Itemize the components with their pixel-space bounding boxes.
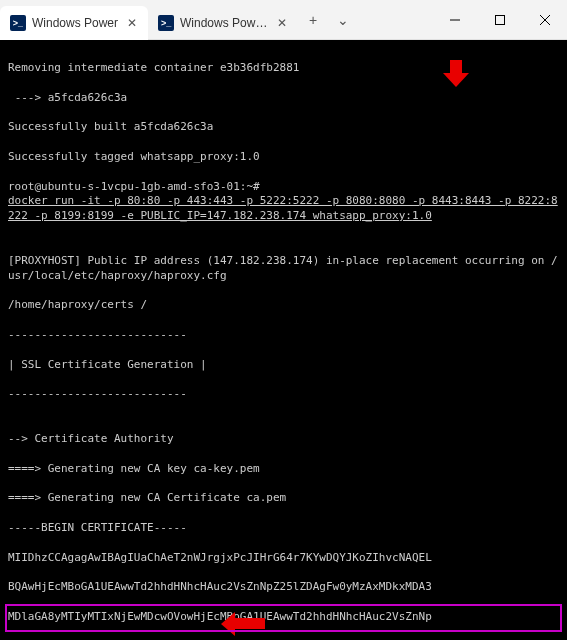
minimize-button[interactable] <box>432 0 477 39</box>
tab-label: Windows PowerS <box>180 16 268 30</box>
terminal-line: --------------------------- <box>8 328 559 343</box>
close-window-button[interactable] <box>522 0 567 39</box>
powershell-icon: >_ <box>10 15 26 31</box>
terminal-line: MDlaGA8yMTIyMTIxNjEwMDcwOVowHjEcMBoGA1UE… <box>8 610 559 625</box>
new-tab-button[interactable]: + <box>298 5 328 35</box>
terminal-line: --------------------------- <box>8 387 559 402</box>
tab-label: Windows Power <box>32 16 118 30</box>
titlebar: >_ Windows Power ✕ >_ Windows PowerS ✕ +… <box>0 0 567 40</box>
terminal-line: [PROXYHOST] Public IP address (147.182.2… <box>8 254 559 284</box>
tab-powershell-2[interactable]: >_ Windows PowerS ✕ <box>148 6 298 40</box>
maximize-button[interactable] <box>477 0 522 39</box>
terminal-line: --> Certificate Authority <box>8 432 559 447</box>
terminal-output[interactable]: Removing intermediate container e3b36dfb… <box>0 40 567 640</box>
terminal-line: /home/haproxy/certs / <box>8 298 559 313</box>
powershell-icon: >_ <box>158 15 174 31</box>
tabs-container: >_ Windows Power ✕ >_ Windows PowerS ✕ +… <box>0 0 432 39</box>
docker-command: docker run -it -p 80:80 -p 443:443 -p 52… <box>8 194 559 224</box>
terminal-line: -----BEGIN CERTIFICATE----- <box>8 521 559 536</box>
tab-close-icon[interactable]: ✕ <box>124 15 140 31</box>
window-controls <box>432 0 567 39</box>
terminal-line: Successfully built a5fcda626c3a <box>8 120 559 135</box>
tab-close-icon[interactable]: ✕ <box>274 15 290 31</box>
terminal-line: ====> Generating new CA key ca-key.pem <box>8 462 559 477</box>
terminal-line: MIIDhzCCAgagAwIBAgIUaChAeT2nWJrgjxPcJIHr… <box>8 551 559 566</box>
tab-dropdown-button[interactable]: ⌄ <box>328 5 358 35</box>
svg-rect-1 <box>495 15 504 24</box>
terminal-line: ====> Generating new CA Certificate ca.p… <box>8 491 559 506</box>
terminal-line: Removing intermediate container e3b36dfb… <box>8 61 559 76</box>
maximize-icon <box>495 15 505 25</box>
terminal-line: | SSL Certificate Generation | <box>8 358 559 373</box>
shell-prompt: root@ubuntu-s-1vcpu-1gb-amd-sfo3-01:~# <box>8 180 559 195</box>
minimize-icon <box>450 15 460 25</box>
close-icon <box>540 15 550 25</box>
terminal-line: ---> a5fcda626c3a <box>8 91 559 106</box>
terminal-line: Successfully tagged whatsapp_proxy:1.0 <box>8 150 559 165</box>
tab-powershell-1[interactable]: >_ Windows Power ✕ <box>0 6 148 40</box>
terminal-line: BQAwHjEcMBoGA1UEAwwTd2hhdHNhcHAuc2VsZnNp… <box>8 580 559 595</box>
